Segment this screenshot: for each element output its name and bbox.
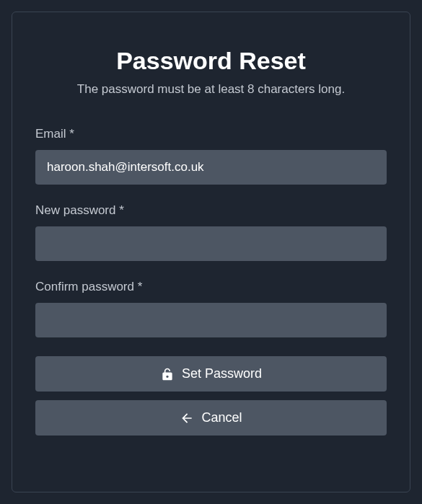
new-password-label: New password *: [35, 203, 387, 218]
password-reset-card: Password Reset The password must be at l…: [12, 12, 410, 492]
actions: Set Password Cancel: [35, 356, 387, 436]
confirm-password-label: Confirm password *: [35, 280, 387, 294]
lock-open-icon: [160, 367, 175, 381]
new-password-field-group: New password *: [35, 203, 387, 261]
cancel-button[interactable]: Cancel: [35, 400, 387, 436]
set-password-button-label: Set Password: [182, 366, 262, 381]
email-label: Email *: [35, 127, 387, 141]
confirm-password-field[interactable]: [35, 303, 387, 337]
email-field-group: Email *: [35, 127, 387, 185]
set-password-button[interactable]: Set Password: [35, 356, 387, 392]
page-title: Password Reset: [35, 47, 387, 75]
email-field[interactable]: [35, 150, 387, 185]
confirm-password-field-group: Confirm password *: [35, 280, 387, 337]
page-subtitle: The password must be at least 8 characte…: [35, 82, 387, 97]
cancel-button-label: Cancel: [201, 410, 242, 425]
new-password-field[interactable]: [35, 226, 387, 261]
arrow-left-icon: [180, 411, 194, 425]
